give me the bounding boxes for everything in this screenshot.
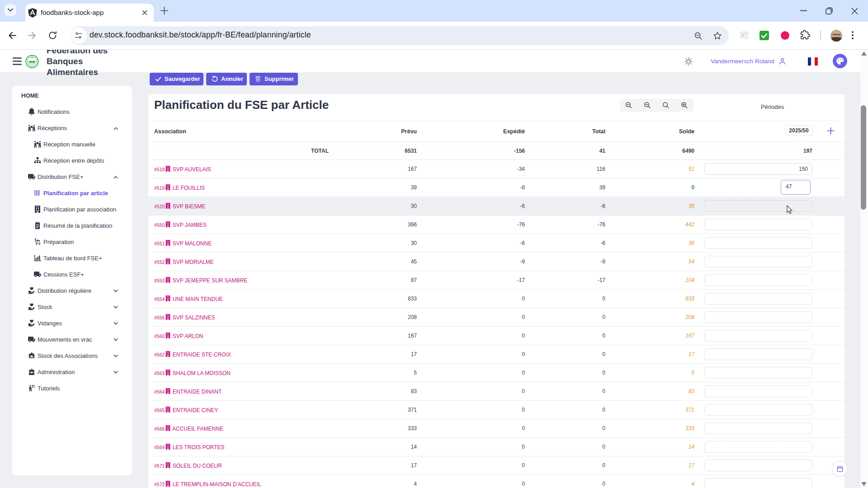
svg-text:B.A.: B.A. [31,57,33,59]
